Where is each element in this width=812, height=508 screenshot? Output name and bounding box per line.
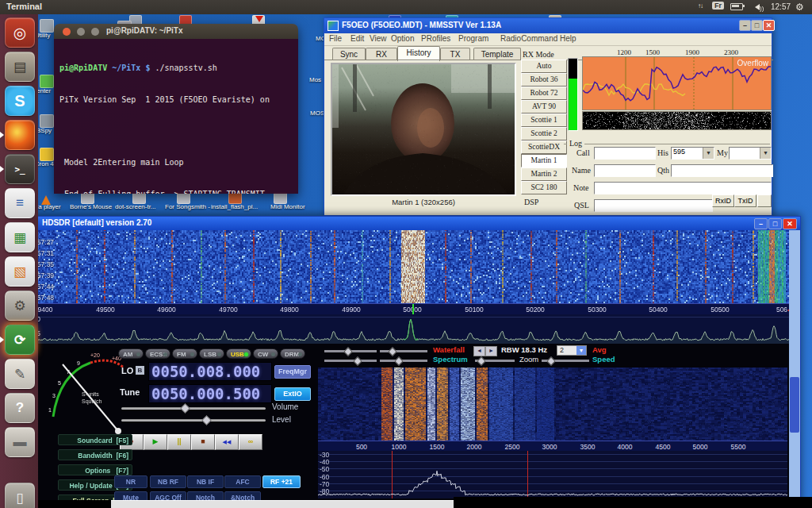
- launcher-dash[interactable]: ◎: [5, 17, 35, 48]
- slider-thumb[interactable]: [546, 356, 555, 365]
- rf-frequency-scale[interactable]: 9400 49500 49600 49700 49800 49900 50000…: [25, 303, 791, 315]
- menu-item[interactable]: PRofiles: [421, 34, 450, 43]
- terminal-output[interactable]: pi@RpiDATV ~/PiTx $ ./snapsstv.sh PiTx V…: [54, 39, 298, 194]
- nbif-button[interactable]: NB IF: [187, 475, 224, 488]
- call-input[interactable]: [594, 147, 656, 160]
- mode-am[interactable]: AM: [118, 348, 144, 359]
- rf-waterfall[interactable]: 12:57:27 12:57:31 12:57:35 12:57:39 12:5…: [25, 230, 791, 303]
- tab-rx[interactable]: RX: [366, 48, 397, 60]
- desktop-icon-icron[interactable]: [40, 148, 54, 161]
- rx-mode-scottie2[interactable]: Scottie 2: [521, 127, 567, 140]
- minimize-icon[interactable]: –: [739, 20, 751, 31]
- keyboard-layout-indicator[interactable]: Fr: [712, 2, 724, 10]
- rx-mode-scottiedx[interactable]: ScottieDX: [521, 140, 567, 154]
- rx-mode-avt90[interactable]: AVT 90: [521, 100, 567, 114]
- maximize-icon[interactable]: □: [768, 218, 782, 229]
- menu-item[interactable]: Option: [391, 34, 414, 43]
- mode-lsb[interactable]: LSB: [199, 348, 224, 359]
- desktop-icon-bspy[interactable]: [40, 114, 54, 128]
- maximize-icon[interactable]: [91, 28, 99, 36]
- my-select[interactable]: ▼: [729, 147, 772, 160]
- mode-cw[interactable]: CW: [253, 348, 278, 359]
- tab-tx[interactable]: TX: [440, 48, 470, 60]
- rf-waterfall-canvas[interactable]: [25, 230, 791, 303]
- close-icon[interactable]: ✕: [783, 218, 797, 229]
- launcher-settings[interactable]: ⚙: [5, 291, 35, 321]
- desktop-icon[interactable]: [177, 192, 190, 204]
- launcher-text-editor[interactable]: ✎: [5, 359, 35, 389]
- nr-button[interactable]: NR: [114, 475, 147, 488]
- slider-thumb[interactable]: [477, 356, 485, 365]
- spectrum-offset-slider[interactable]: [380, 360, 427, 362]
- rbw-up-icon[interactable]: ►: [485, 346, 497, 356]
- battery-icon[interactable]: [730, 3, 743, 12]
- launcher-help[interactable]: ?: [5, 393, 35, 423]
- rf-gain-button[interactable]: RF +21: [262, 475, 301, 488]
- mode-drm[interactable]: DRM: [280, 348, 305, 359]
- volume-slider[interactable]: [121, 407, 266, 410]
- avg-select[interactable]: 2 ▼: [557, 345, 587, 356]
- close-icon[interactable]: [63, 28, 71, 36]
- menu-item[interactable]: Help: [560, 34, 576, 43]
- desktop-icon[interactable]: [274, 192, 287, 204]
- desktop-icon[interactable]: [228, 192, 242, 204]
- right-scrollbar[interactable]: [789, 230, 800, 500]
- slider-thumb[interactable]: [343, 347, 352, 356]
- menu-item[interactable]: View: [370, 34, 387, 43]
- maximize-icon[interactable]: □: [751, 20, 763, 31]
- brightness-slider[interactable]: [380, 350, 427, 352]
- clock[interactable]: 12:57: [771, 2, 791, 11]
- launcher-skype[interactable]: S: [5, 86, 35, 116]
- desktop-icon-label[interactable]: dot-screen-tr...: [115, 203, 156, 210]
- terminal-titlebar[interactable]: pi@RpiDATV: ~/PiTx: [54, 24, 298, 39]
- bandwidth-button[interactable]: Bandwidth [F6]: [58, 449, 132, 460]
- rbw-down-icon[interactable]: ◄: [473, 346, 485, 356]
- volume-icon[interactable]: )): [752, 3, 764, 12]
- desktop-icon-label[interactable]: For Songsmith -: [165, 203, 210, 210]
- desktop-icon-label[interactable]: Mos: [309, 76, 321, 83]
- launcher-software-updater[interactable]: ⟳: [5, 325, 35, 355]
- scrollbar-thumb[interactable]: [790, 377, 799, 433]
- loop-button[interactable]: ∞: [239, 434, 262, 450]
- launcher-terminal[interactable]: >_: [5, 154, 35, 184]
- volume-slider-thumb[interactable]: [180, 403, 190, 414]
- lo-frequency-display[interactable]: 0050.008.000: [148, 362, 272, 381]
- launcher-trash[interactable]: ▯: [5, 483, 35, 508]
- zoom-slider[interactable]: [475, 360, 515, 362]
- log-tool-button[interactable]: [757, 194, 772, 207]
- desktop-icon-label[interactable]: Midi Monitor: [270, 203, 305, 210]
- menu-item[interactable]: RadioCommand: [500, 34, 557, 43]
- afc-button[interactable]: AFC: [224, 475, 261, 488]
- level-slider-thumb[interactable]: [201, 415, 212, 425]
- tune-frequency-display[interactable]: 0050.000.500: [148, 384, 272, 403]
- rx-mode-auto[interactable]: Auto: [521, 60, 567, 73]
- desktop-icon-label[interactable]: install_flash_pl...: [211, 203, 258, 210]
- rf-spectrum-canvas[interactable]: [25, 314, 791, 344]
- desktop-icon-label[interactable]: BSpy: [36, 127, 52, 134]
- rx-mode-martin1[interactable]: Martin 1: [521, 154, 567, 167]
- tab-sync[interactable]: Sync: [332, 48, 366, 60]
- hdsdr-titlebar[interactable]: HDSDR [default] version 2.70 – □ ✕: [23, 217, 800, 230]
- slider-thumb[interactable]: [388, 347, 396, 356]
- rx-mode-martin2[interactable]: Martin 2: [521, 167, 567, 181]
- mode-ecss[interactable]: ECSS: [145, 348, 170, 359]
- rxid-button[interactable]: RxID: [712, 194, 734, 207]
- minimize-icon[interactable]: [77, 28, 85, 36]
- mmsstv-titlebar[interactable]: F5OEO (F5OEO.MDT) - MMSSTV Ver 1.13A – □…: [324, 18, 772, 33]
- menu-item[interactable]: Program: [458, 34, 488, 43]
- slider-thumb[interactable]: [394, 356, 403, 365]
- freqmgr-button[interactable]: FreqMgr: [274, 365, 311, 379]
- session-gear-icon[interactable]: ⚙: [795, 2, 804, 13]
- desktop-icon-center[interactable]: [40, 75, 54, 88]
- his-select[interactable]: 595▼: [671, 147, 714, 160]
- launcher-disk-utility[interactable]: ▬: [5, 427, 35, 457]
- desktop-icon-utility[interactable]: [40, 19, 54, 33]
- play-button[interactable]: ▶: [144, 434, 167, 450]
- launcher-firefox[interactable]: [5, 120, 35, 150]
- desktop-icon[interactable]: [132, 192, 146, 204]
- close-icon[interactable]: ✕: [763, 20, 775, 31]
- chevron-down-icon[interactable]: ▼: [760, 148, 771, 159]
- menu-item[interactable]: File: [329, 34, 342, 43]
- name-input[interactable]: [594, 164, 656, 177]
- stop-button[interactable]: ■: [191, 434, 215, 450]
